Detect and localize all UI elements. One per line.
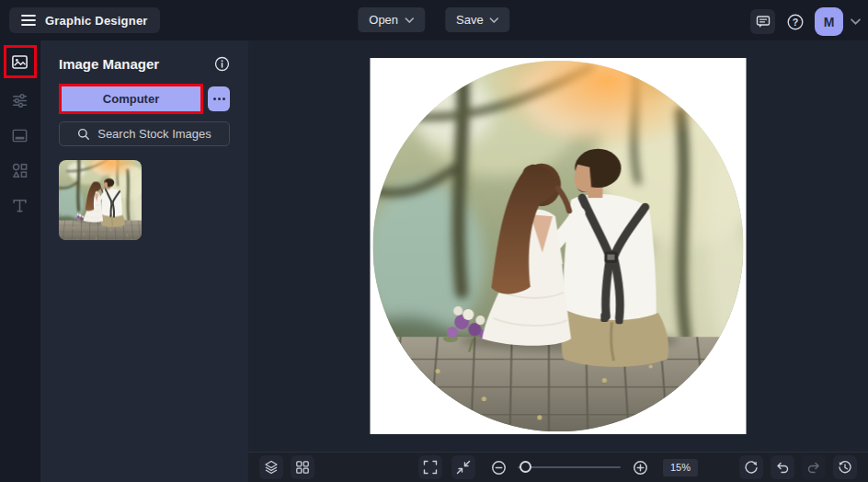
reset-button[interactable] — [739, 455, 763, 479]
more-options-button[interactable] — [208, 86, 230, 111]
canvas-toolbar: 15% — [248, 452, 868, 482]
frame-icon — [11, 127, 29, 144]
zoom-in-icon — [632, 460, 647, 476]
file-actions: Open Save — [358, 7, 509, 32]
zoom-slider[interactable] — [518, 466, 621, 468]
hamburger-menu-icon — [21, 14, 36, 27]
tool-sidebar — [0, 40, 40, 482]
info-icon[interactable] — [214, 56, 230, 72]
chevron-down-icon — [490, 17, 499, 23]
undo-button[interactable] — [771, 455, 794, 479]
sidebar-item-templates[interactable] — [7, 122, 33, 148]
sidebar-item-image-manager[interactable] — [7, 49, 33, 75]
help-button[interactable]: ? — [782, 9, 807, 34]
history-icon — [838, 460, 852, 475]
image-icon — [11, 53, 29, 71]
open-button[interactable]: Open — [358, 7, 425, 32]
zoom-level-value: 15% — [663, 459, 698, 476]
layers-icon — [264, 460, 279, 475]
adjustments-icon — [11, 92, 29, 109]
svg-text:?: ? — [792, 16, 797, 27]
reset-icon — [744, 460, 759, 475]
zoom-slider-handle[interactable] — [520, 461, 531, 473]
account-menu-chevron[interactable] — [851, 18, 861, 25]
history-button[interactable] — [833, 455, 857, 479]
annotation-box-image-manager — [4, 45, 37, 78]
wedding-photo — [373, 61, 744, 431]
feedback-button[interactable] — [750, 9, 775, 34]
sidebar-item-graphics[interactable] — [7, 157, 33, 183]
redo-button[interactable] — [802, 455, 826, 479]
feedback-icon — [756, 15, 771, 29]
avatar[interactable]: M — [815, 7, 843, 36]
fit-screen-button[interactable] — [451, 455, 475, 479]
sidebar-item-text[interactable] — [7, 192, 33, 218]
app-title: Graphic Designer — [45, 14, 148, 28]
save-button[interactable]: Save — [445, 7, 510, 32]
zoom-out-icon — [490, 460, 506, 476]
zoom-out-button[interactable] — [488, 455, 508, 479]
circular-photo-layer[interactable] — [373, 61, 744, 431]
grid-view-button[interactable] — [291, 455, 314, 479]
chevron-down-icon — [405, 17, 414, 23]
canvas-workspace[interactable] — [248, 40, 868, 452]
account-area: ? M — [750, 7, 861, 36]
image-manager-panel: Image Manager Computer Search Stoc — [40, 40, 248, 482]
computer-button[interactable]: Computer — [62, 86, 200, 111]
app-window: Graphic Designer Open Save — [0, 0, 868, 482]
text-icon — [11, 197, 29, 214]
dot — [223, 98, 225, 100]
app-menu[interactable]: Graphic Designer — [9, 7, 160, 33]
annotation-box-computer: Computer — [59, 84, 203, 114]
sidebar-item-edit[interactable] — [7, 87, 33, 113]
fullscreen-icon — [423, 460, 438, 475]
redo-icon — [806, 460, 821, 475]
zoom-in-button[interactable] — [630, 455, 650, 479]
help-icon: ? — [785, 12, 805, 32]
design-canvas[interactable] — [371, 58, 747, 434]
fullscreen-button[interactable] — [418, 455, 442, 479]
uploaded-image-thumbnail[interactable] — [59, 160, 142, 240]
grid-icon — [295, 460, 310, 475]
panel-title: Image Manager — [59, 56, 159, 72]
search-stock-images-button[interactable]: Search Stock Images — [59, 121, 230, 146]
fit-screen-icon — [456, 460, 471, 475]
shapes-icon — [11, 162, 29, 179]
wedding-photo-thumb — [59, 160, 142, 240]
search-icon — [77, 128, 90, 141]
layers-button[interactable] — [259, 455, 283, 479]
dot — [213, 98, 216, 100]
dot — [218, 98, 221, 100]
undo-icon — [775, 460, 790, 475]
chevron-down-icon — [851, 18, 861, 25]
top-bar: Graphic Designer Open Save — [0, 0, 868, 40]
